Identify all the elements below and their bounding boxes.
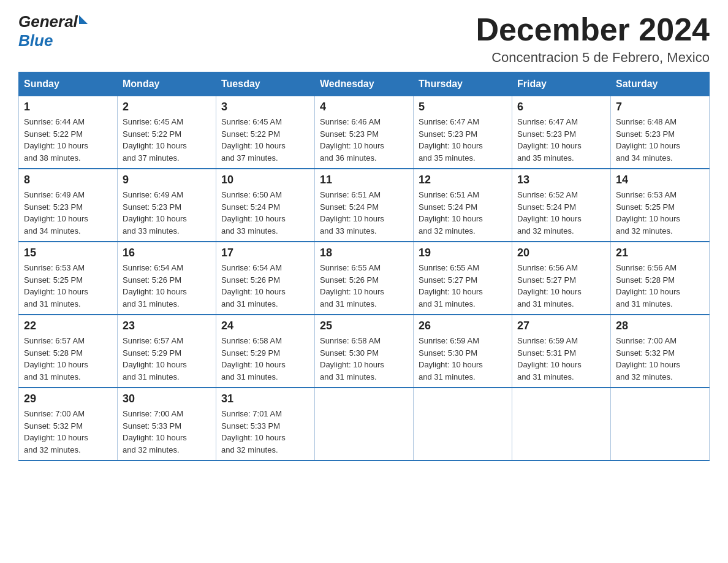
day-info: Sunrise: 6:57 AMSunset: 5:28 PMDaylight:… (24, 335, 112, 383)
calendar-cell: 14Sunrise: 6:53 AMSunset: 5:25 PMDayligh… (611, 169, 710, 242)
day-number: 28 (616, 320, 704, 332)
calendar-cell: 20Sunrise: 6:56 AMSunset: 5:27 PMDayligh… (512, 242, 611, 315)
day-number: 24 (221, 320, 309, 332)
calendar-cell: 31Sunrise: 7:01 AMSunset: 5:33 PMDayligh… (216, 388, 315, 461)
day-info: Sunrise: 6:48 AMSunset: 5:23 PMDaylight:… (616, 116, 704, 164)
day-number: 18 (320, 247, 408, 259)
day-number: 5 (419, 101, 507, 113)
day-number: 20 (517, 247, 605, 259)
day-info: Sunrise: 6:54 AMSunset: 5:26 PMDaylight:… (123, 262, 211, 310)
calendar-cell: 2Sunrise: 6:45 AMSunset: 5:22 PMDaylight… (118, 96, 216, 169)
calendar-cell: 21Sunrise: 6:56 AMSunset: 5:28 PMDayligh… (611, 242, 710, 315)
day-number: 2 (123, 101, 211, 113)
day-number: 1 (24, 101, 112, 113)
location-title: Concentracion 5 de Febrero, Mexico (476, 50, 710, 66)
day-number: 22 (24, 320, 112, 332)
calendar-header: SundayMondayTuesdayWednesdayThursdayFrid… (19, 72, 710, 96)
calendar-cell: 26Sunrise: 6:59 AMSunset: 5:30 PMDayligh… (414, 315, 512, 388)
calendar-body: 1Sunrise: 6:44 AMSunset: 5:22 PMDaylight… (19, 96, 710, 461)
calendar-cell: 30Sunrise: 7:00 AMSunset: 5:33 PMDayligh… (118, 388, 216, 461)
day-info: Sunrise: 6:58 AMSunset: 5:30 PMDaylight:… (320, 335, 408, 383)
calendar-cell: 27Sunrise: 6:59 AMSunset: 5:31 PMDayligh… (512, 315, 611, 388)
day-number: 10 (221, 174, 309, 186)
calendar-week-row: 22Sunrise: 6:57 AMSunset: 5:28 PMDayligh… (19, 315, 710, 388)
weekday-header-monday: Monday (118, 72, 216, 96)
day-number: 11 (320, 174, 408, 186)
day-number: 7 (616, 101, 704, 113)
calendar-week-row: 29Sunrise: 7:00 AMSunset: 5:32 PMDayligh… (19, 388, 710, 461)
day-info: Sunrise: 6:59 AMSunset: 5:31 PMDaylight:… (517, 335, 605, 383)
calendar-cell: 4Sunrise: 6:46 AMSunset: 5:23 PMDaylight… (315, 96, 414, 169)
logo-triangle-icon (79, 15, 88, 24)
calendar-week-row: 15Sunrise: 6:53 AMSunset: 5:25 PMDayligh… (19, 242, 710, 315)
day-info: Sunrise: 6:53 AMSunset: 5:25 PMDaylight:… (616, 189, 704, 237)
day-number: 9 (123, 174, 211, 186)
day-info: Sunrise: 6:49 AMSunset: 5:23 PMDaylight:… (24, 189, 112, 237)
day-info: Sunrise: 6:47 AMSunset: 5:23 PMDaylight:… (517, 116, 605, 164)
day-info: Sunrise: 6:51 AMSunset: 5:24 PMDaylight:… (419, 189, 507, 237)
weekday-header-saturday: Saturday (611, 72, 710, 96)
day-info: Sunrise: 6:54 AMSunset: 5:26 PMDaylight:… (221, 262, 309, 310)
weekday-header-friday: Friday (512, 72, 611, 96)
day-info: Sunrise: 6:51 AMSunset: 5:24 PMDaylight:… (320, 189, 408, 237)
day-number: 29 (24, 393, 112, 405)
day-info: Sunrise: 6:56 AMSunset: 5:28 PMDaylight:… (616, 262, 704, 310)
calendar-cell (414, 388, 512, 461)
calendar-cell: 22Sunrise: 6:57 AMSunset: 5:28 PMDayligh… (19, 315, 118, 388)
day-number: 3 (221, 101, 309, 113)
calendar-cell: 1Sunrise: 6:44 AMSunset: 5:22 PMDaylight… (19, 96, 118, 169)
day-info: Sunrise: 6:52 AMSunset: 5:24 PMDaylight:… (517, 189, 605, 237)
day-number: 25 (320, 320, 408, 332)
logo-general: General (18, 12, 78, 31)
day-number: 21 (616, 247, 704, 259)
calendar-cell: 15Sunrise: 6:53 AMSunset: 5:25 PMDayligh… (19, 242, 118, 315)
day-info: Sunrise: 6:45 AMSunset: 5:22 PMDaylight:… (221, 116, 309, 164)
day-number: 4 (320, 101, 408, 113)
day-number: 23 (123, 320, 211, 332)
day-info: Sunrise: 7:00 AMSunset: 5:33 PMDaylight:… (123, 408, 211, 456)
calendar-cell: 18Sunrise: 6:55 AMSunset: 5:26 PMDayligh… (315, 242, 414, 315)
weekday-header-tuesday: Tuesday (216, 72, 315, 96)
calendar-cell: 24Sunrise: 6:58 AMSunset: 5:29 PMDayligh… (216, 315, 315, 388)
calendar-cell: 19Sunrise: 6:55 AMSunset: 5:27 PMDayligh… (414, 242, 512, 315)
calendar-cell: 3Sunrise: 6:45 AMSunset: 5:22 PMDaylight… (216, 96, 315, 169)
calendar-cell: 8Sunrise: 6:49 AMSunset: 5:23 PMDaylight… (19, 169, 118, 242)
calendar-cell: 29Sunrise: 7:00 AMSunset: 5:32 PMDayligh… (19, 388, 118, 461)
calendar-table: SundayMondayTuesdayWednesdayThursdayFrid… (18, 72, 710, 461)
calendar-cell: 23Sunrise: 6:57 AMSunset: 5:29 PMDayligh… (118, 315, 216, 388)
day-number: 14 (616, 174, 704, 186)
day-info: Sunrise: 7:01 AMSunset: 5:33 PMDaylight:… (221, 408, 309, 456)
month-title: December 2024 (476, 12, 710, 47)
day-number: 16 (123, 247, 211, 259)
day-info: Sunrise: 6:55 AMSunset: 5:26 PMDaylight:… (320, 262, 408, 310)
calendar-week-row: 1Sunrise: 6:44 AMSunset: 5:22 PMDaylight… (19, 96, 710, 169)
day-number: 13 (517, 174, 605, 186)
day-info: Sunrise: 6:55 AMSunset: 5:27 PMDaylight:… (419, 262, 507, 310)
day-info: Sunrise: 6:46 AMSunset: 5:23 PMDaylight:… (320, 116, 408, 164)
calendar-cell: 6Sunrise: 6:47 AMSunset: 5:23 PMDaylight… (512, 96, 611, 169)
day-number: 12 (419, 174, 507, 186)
page-header: General Blue December 2024 Concentracion… (18, 12, 710, 66)
day-info: Sunrise: 7:00 AMSunset: 5:32 PMDaylight:… (616, 335, 704, 383)
day-number: 31 (221, 393, 309, 405)
weekday-header-wednesday: Wednesday (315, 72, 414, 96)
day-number: 15 (24, 247, 112, 259)
calendar-cell: 7Sunrise: 6:48 AMSunset: 5:23 PMDaylight… (611, 96, 710, 169)
calendar-cell: 12Sunrise: 6:51 AMSunset: 5:24 PMDayligh… (414, 169, 512, 242)
calendar-cell: 11Sunrise: 6:51 AMSunset: 5:24 PMDayligh… (315, 169, 414, 242)
calendar-cell: 16Sunrise: 6:54 AMSunset: 5:26 PMDayligh… (118, 242, 216, 315)
day-info: Sunrise: 6:50 AMSunset: 5:24 PMDaylight:… (221, 189, 309, 237)
calendar-cell: 10Sunrise: 6:50 AMSunset: 5:24 PMDayligh… (216, 169, 315, 242)
calendar-cell (512, 388, 611, 461)
calendar-cell: 13Sunrise: 6:52 AMSunset: 5:24 PMDayligh… (512, 169, 611, 242)
day-number: 26 (419, 320, 507, 332)
day-info: Sunrise: 6:47 AMSunset: 5:23 PMDaylight:… (419, 116, 507, 164)
title-block: December 2024 Concentracion 5 de Febrero… (476, 12, 710, 66)
weekday-header-sunday: Sunday (19, 72, 118, 96)
calendar-cell: 9Sunrise: 6:49 AMSunset: 5:23 PMDaylight… (118, 169, 216, 242)
day-info: Sunrise: 6:56 AMSunset: 5:27 PMDaylight:… (517, 262, 605, 310)
day-info: Sunrise: 6:57 AMSunset: 5:29 PMDaylight:… (123, 335, 211, 383)
calendar-cell: 25Sunrise: 6:58 AMSunset: 5:30 PMDayligh… (315, 315, 414, 388)
calendar-cell: 5Sunrise: 6:47 AMSunset: 5:23 PMDaylight… (414, 96, 512, 169)
day-info: Sunrise: 6:44 AMSunset: 5:22 PMDaylight:… (24, 116, 112, 164)
